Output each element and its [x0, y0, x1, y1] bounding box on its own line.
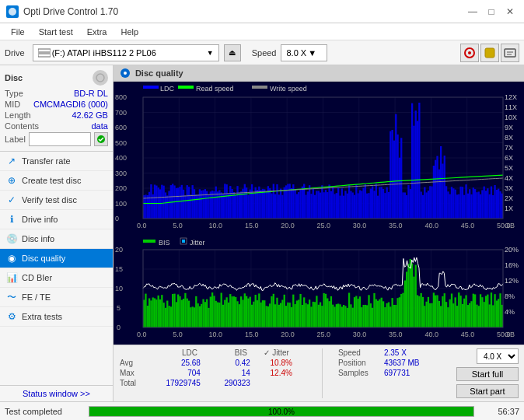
disc-label-button[interactable] [94, 132, 108, 146]
stats-col-header-ldc: LDC [143, 348, 197, 357]
sidebar-item-transfer-rate[interactable]: ↗ Transfer rate [0, 152, 113, 171]
sidebar-item-cd-bier[interactable]: 📊 CD BIer [0, 268, 113, 288]
main-layout: Disc Type BD-R DL MID CMCMAGDI6 (000) Le… [0, 65, 524, 401]
start-part-button[interactable]: Start part [456, 384, 519, 398]
status-window-button[interactable]: Status window >> [0, 385, 113, 401]
close-button[interactable]: ✕ [502, 4, 518, 19]
drive-info-icon: ℹ [6, 214, 17, 225]
charts-area [114, 82, 524, 345]
svg-rect-6 [505, 49, 515, 57]
status-window-label: Status window >> [23, 389, 90, 398]
content-area: Disc quality LDC BIS ✓ Jitter Avg [114, 65, 524, 401]
menu-start-test[interactable]: Start test [33, 26, 79, 38]
avg-ldc: 25.68 [146, 359, 201, 367]
sidebar-item-label: Transfer rate [22, 156, 71, 166]
disc-contents-label: Contents [5, 121, 39, 131]
toolbar-icon-2[interactable] [480, 44, 499, 62]
svg-point-0 [9, 8, 16, 16]
max-bis: 14 [204, 369, 250, 377]
toolbar-icon-1[interactable] [460, 44, 479, 62]
menu-extra[interactable]: Extra [81, 26, 114, 38]
sidebar-item-verify-test-disc[interactable]: ✓ Verify test disc [0, 191, 113, 210]
progress-percentage: 100.0% [89, 407, 473, 418]
sidebar-item-label: FE / TE [22, 292, 51, 302]
drive-selector[interactable]: (F:) ATAPI iHBS112 2 PL06 ▼ [33, 44, 219, 61]
disc-refresh-button[interactable] [93, 70, 108, 86]
speed-label: Speed [252, 48, 277, 58]
sidebar-nav: ↗ Transfer rate ⊕ Create test disc ✓ Ver… [0, 152, 113, 385]
stats-col-header-jitter: ✓ Jitter [250, 348, 289, 357]
avg-label: Avg [120, 359, 143, 367]
drivebar: Drive (F:) ATAPI iHBS112 2 PL06 ▼ ⏏ Spee… [0, 40, 524, 65]
transfer-rate-icon: ↗ [6, 156, 17, 166]
window-controls: — □ ✕ [465, 4, 518, 19]
max-jitter: 12.4% [253, 369, 292, 377]
progress-bar: 100.0% [89, 406, 474, 417]
chart2-bis [114, 236, 524, 345]
drive-value: (F:) ATAPI iHBS112 2 PL06 [52, 48, 204, 58]
eject-button[interactable]: ⏏ [224, 44, 241, 61]
position-label: Position [338, 359, 381, 367]
disc-label-label: Label [5, 135, 26, 144]
menu-file[interactable]: File [5, 26, 31, 38]
sidebar-item-label: Create test disc [22, 176, 81, 185]
sidebar-item-disc-quality[interactable]: ◉ Disc quality [0, 249, 113, 268]
disc-quality-header: Disc quality [114, 65, 524, 82]
speed-arrow: ▼ [308, 48, 316, 58]
disc-label-row: Label [5, 132, 108, 146]
sidebar-item-drive-info[interactable]: ℹ Drive info [0, 210, 113, 229]
max-label: Max [120, 369, 143, 377]
disc-quality-header-icon [120, 68, 131, 79]
sidebar-item-label: CD BIer [22, 273, 52, 282]
sidebar-item-create-test-disc[interactable]: ⊕ Create test disc [0, 171, 113, 191]
disc-mid-label: MID [5, 100, 20, 109]
status-text: Test completed [5, 407, 82, 416]
disc-length-label: Length [5, 110, 31, 120]
disc-mid-row: MID CMCMAGDI6 (000) [5, 100, 108, 109]
stats-area: LDC BIS ✓ Jitter Avg 25.68 0.42 10.8% Ma… [114, 345, 524, 401]
disc-quality-icon: ◉ [6, 253, 17, 264]
speed-ctrl-select[interactable]: 4.0 X2.0 X6.0 X8.0 X [477, 348, 519, 364]
disc-type-row: Type BD-R DL [5, 89, 108, 98]
disc-panel: Disc Type BD-R DL MID CMCMAGDI6 (000) Le… [0, 65, 113, 152]
app-title: Opti Drive Control 1.70 [23, 6, 460, 17]
avg-jitter: 10.8% [253, 359, 292, 367]
verify-test-disc-icon: ✓ [6, 194, 17, 205]
sidebar-item-extra-tests[interactable]: ⚙ Extra tests [0, 307, 113, 327]
extra-tests-icon: ⚙ [6, 311, 17, 322]
toolbar-icon-3[interactable] [501, 44, 519, 62]
drive-label: Drive [5, 48, 25, 58]
stats-col-header-bis: BIS [201, 348, 247, 357]
menu-help[interactable]: Help [114, 26, 145, 38]
speed-control-row: 4.0 X2.0 X6.0 X8.0 X [477, 348, 519, 364]
sidebar-item-fe-te[interactable]: 〜 FE / TE [0, 288, 113, 307]
statusbar: Test completed 100.0% 56:37 [0, 401, 524, 420]
disc-type-value: BD-R DL [74, 89, 108, 98]
maximize-button[interactable]: □ [484, 4, 499, 19]
total-ldc: 17929745 [146, 379, 201, 387]
svg-rect-5 [485, 48, 494, 58]
menubar: File Start test Extra Help [0, 23, 524, 40]
drive-dropdown-arrow: ▼ [207, 49, 214, 57]
svg-rect-2 [39, 51, 50, 54]
sidebar-item-label: Disc info [22, 234, 54, 243]
svg-point-13 [124, 72, 127, 75]
disc-info-icon: 💿 [6, 233, 17, 244]
start-full-button[interactable]: Start full [456, 367, 519, 381]
disc-contents-value: data [92, 121, 108, 131]
disc-quality-title: Disc quality [135, 68, 183, 78]
samples-value: 697731 [384, 369, 410, 377]
drive-icon [38, 48, 51, 58]
disc-label-input[interactable] [29, 132, 91, 146]
sidebar: Disc Type BD-R DL MID CMCMAGDI6 (000) Le… [0, 65, 114, 401]
position-value: 43637 MB [384, 359, 420, 367]
speed-selector[interactable]: 8.0 X ▼ [281, 44, 327, 61]
sidebar-item-label: Drive info [22, 215, 58, 224]
speed-label-stat: Speed [338, 348, 381, 357]
disc-mid-value: CMCMAGDI6 (000) [33, 100, 108, 109]
samples-label: Samples [338, 369, 381, 377]
minimize-button[interactable]: — [465, 4, 480, 19]
chart1-canvas [114, 82, 524, 236]
sidebar-item-disc-info[interactable]: 💿 Disc info [0, 229, 113, 249]
speed-value: 8.0 X [286, 48, 306, 58]
